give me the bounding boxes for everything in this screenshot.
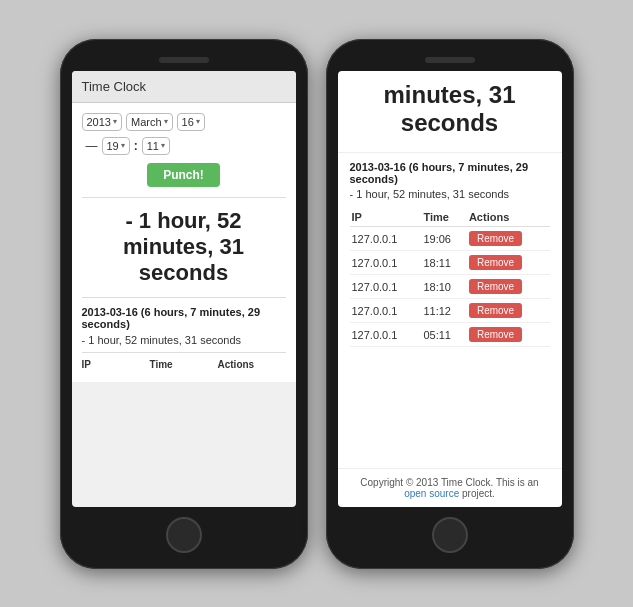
screen-1: Time Clock 2013 ▾ March ▾ 16 ▾ [72, 71, 296, 507]
s2-summary-sub: - 1 hour, 52 minutes, 31 seconds [350, 188, 550, 200]
phone-top-2 [338, 51, 562, 71]
day-select[interactable]: 16 ▾ [177, 113, 205, 131]
screen2-top: minutes, 31 seconds [338, 71, 562, 154]
table-header-row: IP Time Actions [350, 208, 550, 227]
divider-2 [82, 297, 286, 298]
col-actions-header: Actions [218, 357, 286, 372]
hour-arrow-icon: ▾ [121, 141, 125, 150]
year-arrow-icon: ▾ [113, 117, 117, 126]
remove-button-1[interactable]: Remove [469, 255, 522, 270]
remove-button-2[interactable]: Remove [469, 279, 522, 294]
time-row: — 19 ▾ : 11 ▾ [82, 137, 286, 155]
minute-arrow-icon: ▾ [161, 141, 165, 150]
cell-time-1: 18:11 [421, 251, 466, 275]
th-time: Time [421, 208, 466, 227]
col-ip-header: IP [82, 357, 150, 372]
time-colon: : [134, 139, 138, 153]
speaker-1 [159, 57, 209, 63]
cell-action-0: Remove [467, 227, 550, 251]
phone-bottom-1 [72, 507, 296, 557]
table-row: 127.0.0.1 19:06 Remove [350, 227, 550, 251]
app-title: Time Clock [72, 71, 296, 103]
phone-2: minutes, 31 seconds 2013-03-16 (6 hours,… [326, 39, 574, 569]
screen1-body: 2013 ▾ March ▾ 16 ▾ — 19 [72, 103, 296, 382]
big-time-display-2: minutes, 31 seconds [350, 81, 550, 139]
home-button-2[interactable] [432, 517, 468, 553]
cell-time-3: 11:12 [421, 299, 466, 323]
table-row: 127.0.0.1 11:12 Remove [350, 299, 550, 323]
table-row: 127.0.0.1 05:11 Remove [350, 323, 550, 347]
open-source-link[interactable]: open source [404, 488, 459, 499]
table-row: 127.0.0.1 18:10 Remove [350, 275, 550, 299]
big-time-display: - 1 hour, 52 minutes, 31 seconds [82, 208, 286, 287]
phone-top-1 [72, 51, 296, 71]
cell-time-4: 05:11 [421, 323, 466, 347]
punch-button[interactable]: Punch! [147, 163, 220, 187]
phone-1: Time Clock 2013 ▾ March ▾ 16 ▾ [60, 39, 308, 569]
year-select[interactable]: 2013 ▾ [82, 113, 122, 131]
cell-action-4: Remove [467, 323, 550, 347]
remove-button-4[interactable]: Remove [469, 327, 522, 342]
cell-ip-0: 127.0.0.1 [350, 227, 422, 251]
cell-action-3: Remove [467, 299, 550, 323]
cell-ip-2: 127.0.0.1 [350, 275, 422, 299]
summary-sub: - 1 hour, 52 minutes, 31 seconds [82, 334, 286, 346]
divider-1 [82, 197, 286, 198]
entries-table: IP Time Actions 127.0.0.1 19:06 Remove 1… [350, 208, 550, 347]
table-row: 127.0.0.1 18:11 Remove [350, 251, 550, 275]
time-dash: — [86, 139, 98, 153]
minute-select[interactable]: 11 ▾ [142, 137, 170, 155]
cell-action-2: Remove [467, 275, 550, 299]
remove-button-0[interactable]: Remove [469, 231, 522, 246]
th-ip: IP [350, 208, 422, 227]
screen-2: minutes, 31 seconds 2013-03-16 (6 hours,… [338, 71, 562, 507]
hour-select[interactable]: 19 ▾ [102, 137, 130, 155]
screen2-footer: Copyright © 2013 Time Clock. This is an … [338, 468, 562, 507]
table-header: IP Time Actions [82, 352, 286, 372]
remove-button-3[interactable]: Remove [469, 303, 522, 318]
speaker-2 [425, 57, 475, 63]
s2-summary-date: 2013-03-16 (6 hours, 7 minutes, 29 secon… [350, 161, 550, 185]
date-row: 2013 ▾ March ▾ 16 ▾ [82, 113, 286, 131]
phones-container: Time Clock 2013 ▾ March ▾ 16 ▾ [40, 19, 594, 589]
cell-ip-1: 127.0.0.1 [350, 251, 422, 275]
screen2-body: 2013-03-16 (6 hours, 7 minutes, 29 secon… [338, 153, 562, 355]
cell-time-2: 18:10 [421, 275, 466, 299]
month-select[interactable]: March ▾ [126, 113, 173, 131]
cell-ip-3: 127.0.0.1 [350, 299, 422, 323]
cell-ip-4: 127.0.0.1 [350, 323, 422, 347]
month-arrow-icon: ▾ [164, 117, 168, 126]
phone-bottom-2 [338, 507, 562, 557]
col-time-header: Time [150, 357, 218, 372]
cell-action-1: Remove [467, 251, 550, 275]
th-actions: Actions [467, 208, 550, 227]
summary-date: 2013-03-16 (6 hours, 7 minutes, 29 secon… [82, 306, 286, 330]
day-arrow-icon: ▾ [196, 117, 200, 126]
home-button-1[interactable] [166, 517, 202, 553]
cell-time-0: 19:06 [421, 227, 466, 251]
